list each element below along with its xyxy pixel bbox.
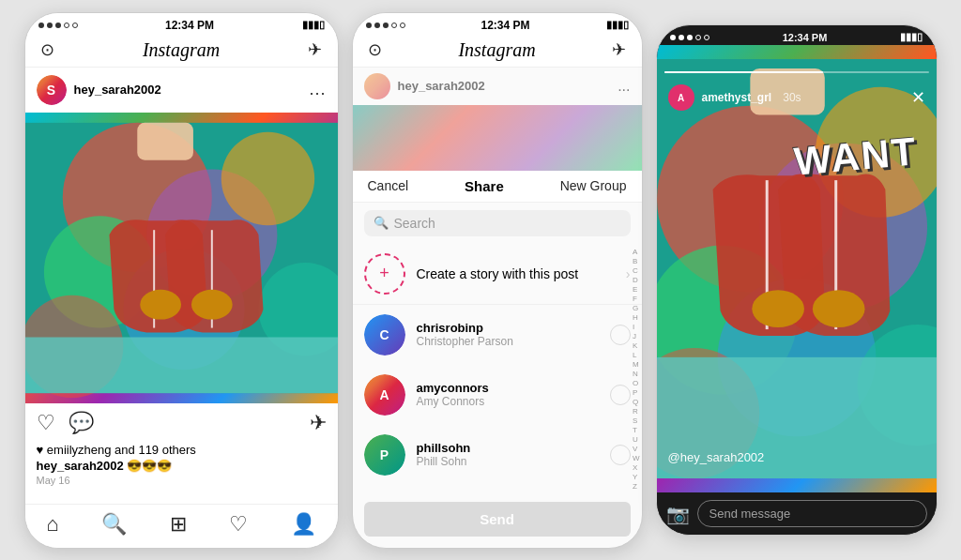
battery-icon-2: ▮▮▮▯ — [606, 19, 629, 31]
story-battery: ▮▮▮▯ — [900, 31, 923, 43]
add-icon[interactable]: ⊞ — [170, 512, 187, 537]
story-status-time: 12:34 PM — [783, 32, 828, 43]
story-signal — [670, 35, 709, 40]
like-icon[interactable]: ♡ — [37, 411, 55, 435]
contact-fullname-0: Christopher Parson — [417, 335, 599, 348]
svg-point-26 — [812, 290, 864, 327]
contact-check-1[interactable] — [610, 385, 631, 405]
contact-item-1[interactable]: A amyconnors Amy Connors — [353, 365, 642, 425]
svg-point-12 — [191, 289, 232, 319]
camera-icon[interactable]: ⊙ — [40, 39, 54, 60]
signal-dots-2 — [366, 23, 405, 28]
post-more-btn[interactable]: ... — [309, 80, 326, 99]
contact-info-1: amyconnors Amy Connors — [417, 381, 599, 408]
phone-share: 12:34 PM ▮▮▮▯ ⊙ Instagram ✈ hey_sarah200… — [352, 12, 643, 549]
likes-text: ♥ emiilyzheng and 119 others — [37, 443, 327, 457]
contact-info-0: chrisrobinp Christopher Parson — [417, 321, 599, 348]
contact-username-1: amyconnors — [417, 381, 599, 395]
story-container: A amethyst_grl 30s ✕ WANT @hey_sarah2002 — [657, 45, 937, 492]
svg-point-11 — [140, 289, 181, 319]
story-header: A amethyst_grl 30s ✕ — [657, 79, 937, 116]
story-time: 30s — [783, 91, 801, 104]
search-icon: 🔍 — [374, 216, 389, 230]
status-bar-1: 12:34 PM ▮▮▮▯ — [25, 13, 338, 34]
phone-story: 12:34 PM ▮▮▮▯ — [656, 24, 938, 536]
app-title-2: Instagram — [458, 39, 535, 61]
story-avatar: A — [668, 84, 694, 111]
status-time-2: 12:34 PM — [480, 19, 529, 32]
svg-point-4 — [221, 131, 313, 224]
post-actions: ♡ 💬 ✈ — [25, 403, 338, 443]
camera-icon-2[interactable]: ⊙ — [368, 39, 382, 60]
story-progress-bar — [664, 71, 929, 73]
dot4 — [64, 23, 69, 28]
heart-nav-icon[interactable]: ♡ — [229, 512, 248, 537]
battery-icon-1: ▮▮▮▯ — [302, 19, 325, 31]
send-bar: Send — [353, 494, 642, 548]
share-title: Share — [465, 178, 504, 194]
likes-others: and 119 others — [114, 443, 196, 457]
contact-check-2[interactable] — [610, 445, 631, 465]
preview-image — [353, 105, 642, 171]
home-icon[interactable]: ⌂ — [46, 512, 58, 537]
contact-avatar-0: C — [364, 314, 405, 356]
contact-username-0: chrisrobinp — [417, 321, 599, 335]
send-icon-2[interactable]: ✈ — [612, 39, 626, 60]
post-image — [25, 113, 338, 403]
post-image-svg — [25, 113, 338, 403]
comment-icon[interactable]: 💬 — [69, 411, 94, 435]
story-message-bar: 📷 Send message — [657, 492, 937, 535]
post-avatar: S — [37, 75, 67, 105]
contact-fullname-2: Phill Sohn — [417, 455, 599, 468]
contact-item-3[interactable]: K kroccosmodernlife Kyle Rocco — [353, 485, 642, 494]
preview-more: ... — [618, 78, 630, 95]
chevron-right-icon: › — [626, 266, 631, 281]
share-list: + Create a story with this post › C chri… — [353, 244, 642, 494]
search-nav-icon[interactable]: 🔍 — [101, 512, 127, 537]
svg-rect-8 — [137, 122, 193, 159]
contact-info-2: phillsohn Phill Sohn — [417, 441, 599, 468]
camera-message-icon[interactable]: 📷 — [666, 503, 690, 525]
post-date: May 16 — [37, 475, 327, 486]
search-placeholder: Search — [394, 216, 435, 231]
contact-avatar-1: A — [364, 374, 405, 416]
preview-username: hey_sarah2002 — [398, 79, 485, 93]
send-icon[interactable]: ✈ — [308, 39, 322, 60]
status-bar-2: 12:34 PM ▮▮▮▯ — [353, 13, 642, 34]
likes-count: ♥ emiilyzheng — [37, 443, 112, 457]
post-image-bg — [25, 113, 338, 403]
create-story-item[interactable]: + Create a story with this post › — [353, 244, 642, 305]
dot5 — [72, 23, 78, 28]
svg-point-25 — [752, 290, 804, 327]
nav-bar-2: ⊙ Instagram ✈ — [353, 34, 642, 68]
new-group-button[interactable]: New Group — [560, 178, 627, 193]
contact-fullname-1: Amy Connors — [417, 395, 599, 408]
dot2 — [47, 23, 53, 28]
phone-feed: 12:34 PM ▮▮▮▯ ⊙ Instagram ✈ S hey_sarah2… — [24, 12, 339, 549]
profile-icon[interactable]: 👤 — [291, 512, 316, 537]
post-header: S hey_sarah2002 ... — [25, 68, 338, 113]
send-button[interactable]: Send — [364, 502, 631, 537]
close-icon[interactable]: ✕ — [911, 87, 925, 108]
post-caption: hey_sarah2002 😎😎😎 — [37, 459, 327, 473]
search-box[interactable]: 🔍 Search — [364, 210, 631, 236]
caption-username: hey_sarah2002 — [37, 459, 124, 473]
story-username: amethyst_grl — [702, 91, 772, 104]
preview-avatar — [364, 73, 390, 99]
bottom-nav: ⌂ 🔍 ⊞ ♡ 👤 — [25, 504, 338, 548]
contact-check-0[interactable] — [610, 325, 631, 345]
post-username: hey_sarah2002 — [74, 83, 302, 97]
contact-item-0[interactable]: C chrisrobinp Christopher Parson — [353, 305, 642, 365]
dot1 — [38, 23, 44, 28]
cancel-button[interactable]: Cancel — [368, 178, 409, 193]
dot3 — [55, 23, 61, 28]
contact-username-2: phillsohn — [417, 441, 599, 455]
share-icon[interactable]: ✈ — [310, 411, 327, 435]
create-story-label: Create a story with this post — [417, 266, 615, 281]
story-status-bar: 12:34 PM ▮▮▮▯ — [657, 25, 937, 45]
create-story-icon: + — [364, 253, 405, 295]
nav-bar-1: ⊙ Instagram ✈ — [25, 34, 338, 68]
contact-item-2[interactable]: P phillsohn Phill Sohn — [353, 425, 642, 485]
app-title-1: Instagram — [143, 39, 220, 61]
send-message-input[interactable]: Send message — [697, 500, 927, 527]
